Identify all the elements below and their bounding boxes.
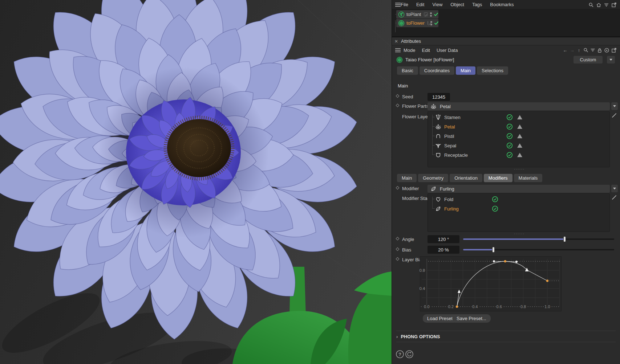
tab-coordinates[interactable]: Coordinates [420, 66, 454, 75]
layer-chip-icon[interactable] [427, 21, 428, 25]
section-divider [396, 331, 616, 331]
help-icon[interactable]: ? [396, 350, 404, 359]
layer-row-stamen[interactable]: Stamen [428, 113, 609, 122]
visibility-dots-icon[interactable] [430, 12, 432, 17]
popout-panel-icon[interactable] [611, 2, 617, 8]
menu-user-data[interactable]: User Data [437, 48, 458, 53]
layer-row-pistil[interactable]: Pistil [428, 131, 609, 141]
stack-row-furling[interactable]: Furling [428, 204, 609, 213]
pick-pencil-icon[interactable] [611, 195, 617, 200]
menu-tags[interactable]: Tags [472, 2, 482, 7]
modifier-dropdown-arrow[interactable] [611, 185, 618, 192]
seed-input[interactable]: 12345 [427, 93, 450, 101]
object-label[interactable]: toFlower [406, 20, 425, 26]
reset-rotate-icon[interactable] [405, 350, 414, 359]
save-preset-button[interactable]: Save Preset... [452, 314, 491, 323]
slider-handle[interactable] [492, 247, 495, 253]
popout-panel-icon[interactable] [611, 48, 617, 53]
angle-value-input[interactable]: 120 ° [427, 235, 459, 243]
filter-icon[interactable] [590, 48, 595, 53]
triangle-icon[interactable] [517, 124, 522, 129]
furling-leaf-icon [430, 186, 437, 192]
tree-guide-line [395, 20, 396, 32]
tab-basic[interactable]: Basic [397, 66, 418, 75]
param-diamond-icon[interactable] [396, 237, 400, 241]
triangle-icon[interactable] [517, 115, 522, 119]
flower-parts-dropdown-arrow[interactable] [611, 102, 618, 110]
modifier-stack-list: Fold Furling [427, 193, 610, 232]
object-label[interactable]: toPlant [406, 12, 421, 17]
bias-value-input[interactable]: 20 % [427, 246, 459, 254]
enabled-check-icon[interactable] [492, 205, 498, 212]
param-diamond-icon[interactable] [396, 186, 400, 190]
layer-row-petal[interactable]: Petal [428, 122, 609, 131]
enabled-check-icon[interactable] [506, 114, 513, 120]
param-diamond-icon[interactable] [396, 248, 400, 251]
menu-edit[interactable]: Edit [416, 2, 424, 7]
forward-arrow-icon[interactable]: → [570, 48, 575, 53]
triangle-icon[interactable] [517, 153, 522, 157]
enabled-check-icon[interactable] [434, 21, 439, 25]
angle-slider[interactable] [463, 235, 614, 243]
petal-icon [435, 124, 441, 130]
enabled-check-icon[interactable] [506, 133, 513, 139]
filter-icon[interactable] [604, 2, 609, 8]
param-diamond-icon[interactable] [396, 94, 400, 98]
preset-dropdown-arrow[interactable] [607, 56, 615, 64]
menu-view[interactable]: View [432, 2, 442, 7]
tab-main-2[interactable]: Main [397, 174, 417, 182]
tab-materials[interactable]: Materials [514, 174, 543, 182]
object-row-toplant[interactable]: toPlant [396, 10, 438, 19]
hamburger-menu-icon[interactable] [395, 3, 401, 7]
bias-slider[interactable] [463, 246, 614, 254]
menu-object[interactable]: Object [450, 2, 464, 7]
home-icon[interactable] [596, 2, 601, 8]
attributes-toolbar: Mode Edit User Data ← → ↑ [392, 45, 620, 55]
layer-name: Pistil [444, 134, 454, 139]
tab-orientation[interactable]: Orientation [450, 174, 482, 182]
enabled-check-icon[interactable] [434, 12, 438, 16]
close-icon[interactable]: ✕ [394, 39, 398, 44]
slider-handle[interactable] [563, 236, 566, 242]
object-row-toflower[interactable]: toFlower [396, 19, 438, 27]
triangle-icon[interactable] [517, 143, 522, 148]
attributes-title-bar: ✕ Attributes [392, 37, 620, 45]
layer-chip-icon[interactable] [424, 12, 428, 16]
menu-mode[interactable]: Mode [404, 48, 416, 53]
up-arrow-icon[interactable]: ↑ [576, 48, 581, 53]
layer-row-sepal[interactable]: Sepal [428, 141, 609, 150]
tab-main[interactable]: Main [456, 66, 475, 75]
hamburger-menu-icon[interactable] [395, 48, 401, 52]
enabled-check-icon[interactable] [506, 152, 513, 158]
tab-modifiers[interactable]: Modifiers [484, 174, 512, 182]
search-icon[interactable] [588, 2, 594, 8]
pick-pencil-icon[interactable] [611, 113, 617, 118]
focus-target-icon[interactable] [604, 48, 609, 53]
resize-grip[interactable]: ······ [514, 167, 525, 171]
flower-object-icon [398, 20, 405, 26]
viewport-3d[interactable] [0, 0, 392, 364]
layer-row-receptacle[interactable]: Receptacle [428, 150, 609, 160]
tab-geometry[interactable]: Geometry [418, 174, 448, 182]
modifier-dropdown[interactable]: Furling [427, 185, 610, 193]
phong-options-header[interactable]: ›PHONG OPTIONS [396, 334, 440, 339]
menu-file[interactable]: File [401, 2, 408, 7]
param-diamond-icon[interactable] [396, 257, 400, 261]
back-arrow-icon[interactable]: ← [563, 48, 568, 53]
triangle-icon[interactable] [517, 134, 522, 138]
param-diamond-icon[interactable] [396, 104, 400, 107]
enabled-check-icon[interactable] [492, 196, 498, 203]
chevron-right-icon: › [396, 334, 398, 339]
layer-bias-curve-editor[interactable]: 0.00.20.40.60.81.00.80.4 [420, 256, 562, 311]
enabled-check-icon[interactable] [506, 123, 513, 130]
stack-row-fold[interactable]: Fold [428, 195, 609, 204]
menu-edit[interactable]: Edit [422, 48, 430, 53]
tab-selections[interactable]: Selections [477, 66, 508, 75]
enabled-check-icon[interactable] [506, 142, 513, 149]
preset-dropdown[interactable]: Custom [574, 56, 603, 64]
object-title: Taiao Flower [toFlower] [405, 57, 454, 62]
search-icon[interactable] [583, 48, 588, 53]
menu-bookmarks[interactable]: Bookmarks [490, 2, 514, 7]
flower-parts-dropdown[interactable]: Petal [427, 102, 610, 110]
lock-icon[interactable] [597, 48, 602, 53]
